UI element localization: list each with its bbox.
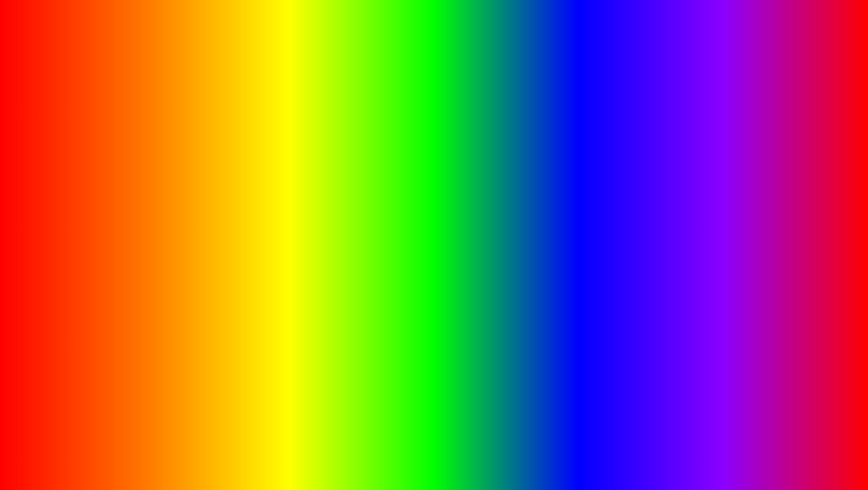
- sythkillaura-label: SythKillAura: [132, 180, 164, 187]
- row-muganticket: MuganTicket(5kWen) button: [356, 192, 530, 205]
- pastebin-label: PASTEBIN: [538, 437, 707, 473]
- row-tweenspeed: Tween Speed: [356, 176, 530, 192]
- refresh-icon[interactable]: ⟳: [275, 125, 282, 132]
- tab-main[interactable]: Main: [130, 138, 159, 148]
- window-left-title: OniHubV1.5: [131, 125, 165, 132]
- update-label: UPDATE: [161, 428, 336, 476]
- tab-localp[interactable]: LocalP: [280, 138, 296, 148]
- tab-farmsettings[interactable]: FarmSettings: [191, 138, 240, 148]
- fistkillaura-toggle[interactable]: [274, 194, 291, 203]
- tab-visuals-label: Visuals: [419, 140, 436, 146]
- tab-mugantrain-label: MuganTrain: [487, 140, 515, 146]
- window-right: OniHubV1.5 ✎ ⟳ ✕ LocalPlayer Visuals Ext…: [355, 121, 531, 248]
- tweenspeed-input[interactable]: [461, 179, 524, 189]
- close-icon-left[interactable]: ✕: [285, 125, 291, 132]
- fixscreen-label: FixScreen: [362, 222, 388, 228]
- row-muganfarm: MuganFarm: [356, 160, 530, 176]
- window-left-controls: ✎ ⟳ ✕: [265, 125, 291, 132]
- tab-mugantrain[interactable]: MuganTrain: [474, 138, 520, 148]
- row-autoclash: Auto Clash: [356, 232, 530, 247]
- tab-main-label: Main: [143, 140, 154, 146]
- window-right-titlebar: OniHubV1.5 ✎ ⟳ ✕: [356, 122, 530, 135]
- tab-visuals[interactable]: Visuals: [407, 138, 441, 148]
- tab-du-icon: [527, 140, 530, 146]
- row-fixscreen: FixScreen button: [356, 218, 530, 232]
- script-label: SCRIPT: [408, 437, 532, 473]
- tab-mugantrain-icon: [479, 140, 485, 146]
- tab-extra-icon: [448, 140, 453, 146]
- sythkillaura-toggle[interactable]: [274, 179, 291, 188]
- thumbnail-slayers-label: SLAYERS: [761, 432, 849, 441]
- thumbnail-update-badge: UPDATE: [819, 373, 846, 382]
- tab-localplayer[interactable]: LocalPlayer: [360, 138, 405, 148]
- tab-visuals-icon: [412, 140, 417, 146]
- main-title: PROJECT SLAYERS: [0, 8, 868, 71]
- thumbnail-proj-label: PROJECT: [761, 425, 849, 432]
- bottom-text: UPDATE 1.5 SCRIPT PASTEBIN: [0, 427, 868, 477]
- row-swordkillaura: SwordKillAura: [127, 222, 296, 237]
- clawkillaura-label: ClawKillAura: [132, 211, 166, 218]
- row-killauraop: KillAuraOp(Beta): [127, 237, 296, 252]
- killaura-section-label: KillAura: [127, 151, 296, 160]
- autoclash-toggle[interactable]: [508, 235, 524, 244]
- row-toggleshield: ToggleShield button: [127, 252, 296, 265]
- row-clawkillaura: ClawKillAura: [127, 206, 296, 222]
- tab-main-icon: [135, 140, 141, 146]
- thumbnail-inner: UPDATE 🗡️ PROJECT SLAYERS: [761, 370, 849, 444]
- window-right-controls: ✎ ⟳ ✕: [499, 125, 525, 132]
- fixscreen-button[interactable]: button: [510, 223, 524, 228]
- nofail-button[interactable]: button: [510, 209, 524, 215]
- tab-localp-icon: [285, 140, 291, 146]
- muganticket-label: MuganTicket(5kWen): [362, 196, 417, 202]
- tab-teleport-label: Teleport: [254, 140, 273, 146]
- thumbnail-logo: PROJECT SLAYERS: [761, 425, 849, 441]
- mugansettings-section-label: MuganSettings: [356, 151, 530, 160]
- toggleshield-button[interactable]: button: [277, 256, 291, 262]
- tab-teleport[interactable]: Teleport: [242, 138, 278, 148]
- window-left-titlebar: OniHubV1.5 ✎ ⟳ ✕: [127, 122, 296, 135]
- tab-du[interactable]: Du: [522, 138, 530, 148]
- tweenspeed-label: Tween Speed: [362, 181, 398, 187]
- godmode-label: GodMode: [127, 265, 296, 274]
- warfanska-toggle[interactable]: [274, 164, 291, 173]
- tab-misc-label: Misc: [173, 140, 184, 146]
- close-icon-right[interactable]: ✕: [519, 125, 525, 132]
- warfanska-label: WarFansKa: [132, 165, 163, 172]
- watermark-text: PROJECT: [27, 367, 125, 432]
- muganfarm-toggle[interactable]: [508, 164, 524, 173]
- tab-extra-label: Extra: [455, 140, 468, 146]
- window-right-title: OniHubV1.5: [361, 125, 394, 132]
- tab-misc-icon: [166, 140, 171, 146]
- pencil-icon-right[interactable]: ✎: [499, 125, 506, 132]
- row-warfanska: WarFansKa: [127, 160, 296, 176]
- killauraop-toggle[interactable]: [274, 240, 291, 249]
- window-left: OniHubV1.5 ✎ ⟳ ✕ Main Misc FarmSettings …: [126, 121, 297, 275]
- tab-localplayer-label: LocalPlayer: [372, 140, 400, 146]
- swordkillaura-label: SwordKillAura: [132, 226, 169, 233]
- tab-teleport-icon: [247, 140, 252, 146]
- muganticket-button[interactable]: button: [510, 196, 524, 202]
- toggleshield-label: ToggleShield: [132, 255, 166, 262]
- window-right-tabs: LocalPlayer Visuals Extra MuganTrain Du: [356, 135, 530, 151]
- row-nofail: NoFail button: [356, 205, 530, 218]
- row-sythkillaura: SythKillAura: [127, 176, 296, 191]
- nofail-label: NoFail: [362, 209, 379, 215]
- swordkillaura-toggle[interactable]: [274, 225, 291, 234]
- window-left-tabs: Main Misc FarmSettings Teleport LocalP: [127, 135, 296, 151]
- clawkillaura-toggle[interactable]: [274, 209, 291, 218]
- row-fistkillaura: FistKillAura: [127, 191, 296, 206]
- killauraop-label: KillAuraOp(Beta): [132, 241, 176, 248]
- autoclash-label: Auto Clash: [362, 236, 390, 243]
- fistkillaura-label: FistKillAura: [132, 196, 162, 202]
- refresh-icon-right[interactable]: ⟳: [509, 125, 515, 132]
- version-label: 1.5: [342, 428, 402, 476]
- tab-farmsettings-label: FarmSettings: [203, 140, 235, 146]
- pencil-icon[interactable]: ✎: [265, 125, 272, 132]
- tab-misc[interactable]: Misc: [161, 138, 189, 148]
- tab-farmsettings-icon: [196, 140, 201, 146]
- tab-localplayer-icon: [365, 140, 370, 146]
- tab-localp-label: LocalP: [292, 140, 296, 146]
- muganfarm-label: MuganFarm: [362, 165, 393, 172]
- thumbnail: UPDATE 🗡️ PROJECT SLAYERS: [760, 369, 850, 445]
- tab-extra[interactable]: Extra: [443, 138, 473, 148]
